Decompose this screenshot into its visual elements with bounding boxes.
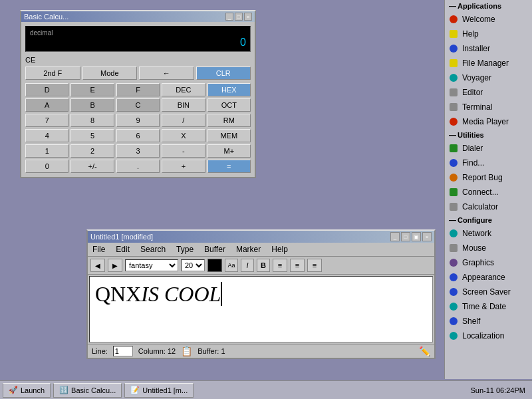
calc-btn-dot[interactable]: . [116,160,160,173]
editor-menu-buffer[interactable]: Buffer [202,244,227,255]
calc-display: decimal 0 [25,26,251,52]
editor-close-btn[interactable]: × [422,232,432,241]
sidebar-item-installer[interactable]: Installer [445,41,532,56]
sidebar-item-reportbug[interactable]: Report Bug [445,170,532,185]
sidebar-item-find[interactable]: Find... [445,156,532,170]
screensaver-icon [448,286,460,298]
taskbar: 🚀 Launch 🔢 Basic Calcu... 📝 Untitled1 [m… [0,380,532,399]
editor-color-picker[interactable] [207,259,222,272]
calc-controls: CE [21,56,255,65]
editor-menu-help[interactable]: Help [269,244,290,255]
calc-btn-d[interactable]: D [25,83,68,96]
editor-menu-file[interactable]: File [90,244,107,255]
editor-content-area[interactable]: QNXIS COOL [89,276,433,342]
editor-menu-search[interactable]: Search [138,244,168,255]
calc-btn-mul[interactable]: X [162,129,205,142]
sidebar-item-timedate[interactable]: Time & Date [445,299,532,314]
calc-btn-3[interactable]: 3 [116,144,160,158]
sidebar-item-shelf[interactable]: Shelf [445,314,532,329]
calc-btn-b[interactable]: B [70,98,114,112]
calc-btn-bin[interactable]: BIN [162,98,205,112]
sidebar-item-editor[interactable]: Editor [445,85,532,100]
calculator-window: Basic Calcu... _ □ × decimal 0 CE 2nd F … [20,10,256,178]
editor-align-left-btn[interactable]: ≡ [273,259,287,272]
editor-size-select[interactable]: 20 [181,259,205,271]
taskbar-calc-btn[interactable]: 🔢 Basic Calcu... [53,383,122,398]
editor-toolbar: ◀ ▶ fantasy 20 Aa I B ≡ ≡ ≡ [88,257,434,275]
editor-align-center-btn[interactable]: ≡ [290,259,305,272]
calc-btn-8[interactable]: 8 [70,114,114,127]
calc-btn-4[interactable]: 4 [25,129,68,142]
calc-btn-2[interactable]: 2 [70,144,114,158]
editor-font-dialog-btn[interactable]: Aa [225,259,238,272]
sidebar-item-help[interactable]: Help [445,27,532,41]
calc-btn-mem[interactable]: MEM [207,129,251,142]
calc-btn-9[interactable]: 9 [116,114,160,127]
editor-minimize-btn[interactable]: _ [390,232,400,241]
sidebar-item-calculator[interactable]: Calculator [445,200,532,214]
taskbar-launch-btn[interactable]: 🚀 Launch [3,383,51,398]
taskbar-editor-btn[interactable]: 📝 Untitled1 [m... [124,383,194,398]
sidebar-item-localization[interactable]: Localization [445,329,532,343]
mediaplayer-icon [448,116,460,128]
calc-btn-oct[interactable]: OCT [207,98,251,112]
calc-btn-f[interactable]: F [116,83,160,96]
calc-btn-mode[interactable]: Mode [82,66,138,80]
calc-close-btn[interactable]: × [244,13,252,21]
calc-btn-sub[interactable]: - [162,144,205,158]
calc-btn-7[interactable]: 7 [25,114,68,127]
sidebar-item-graphics[interactable]: Graphics [445,255,532,270]
calc-btn-plusminus[interactable]: +/- [70,160,114,173]
help-icon [448,28,460,40]
calc-btn-a[interactable]: A [25,98,68,112]
sidebar-item-dialer[interactable]: Dialer [445,141,532,156]
calc-btn-5[interactable]: 5 [70,129,114,142]
sidebar-item-screensaver[interactable]: Screen Saver [445,285,532,299]
calc-btn-div[interactable]: / [162,114,205,127]
editor-bold-btn[interactable]: B [257,259,270,272]
sidebar-item-voyager[interactable]: Voyager [445,70,532,85]
sidebar-item-welcome[interactable]: Welcome [445,12,532,27]
editor-edit-icon: ✏️ [419,346,430,356]
editor-content-italic: IS COOL [141,282,221,306]
calculator-icon [448,201,460,213]
sidebar-item-appearance[interactable]: Appearance [445,270,532,285]
sidebar-item-mouse[interactable]: Mouse [445,241,532,255]
calc-maximize-btn[interactable]: □ [235,13,243,21]
calc-minimize-btn[interactable]: _ [225,13,233,21]
editor-forward-btn[interactable]: ▶ [108,259,122,272]
editor-menu-type[interactable]: Type [174,244,196,255]
editor-menu-edit[interactable]: Edit [114,244,132,255]
calc-btn-clr[interactable]: CLR [196,66,251,80]
calc-btn-c[interactable]: C [116,98,160,112]
editor-line-input[interactable] [113,346,133,356]
editor-icon [448,86,460,98]
sidebar-item-terminal[interactable]: Terminal [445,100,532,114]
editor-align-right-btn[interactable]: ≡ [307,259,322,272]
sidebar-item-connect[interactable]: Connect... [445,185,532,200]
calc-btn-hex[interactable]: HEX [207,83,251,96]
calc-btn-dec[interactable]: DEC [162,83,205,96]
editor-statusbar: Line: Column: 12 📋 Buffer: 1 ✏️ [88,344,434,358]
calc-btn-backspace[interactable]: ← [139,66,194,80]
sidebar-item-network[interactable]: Network [445,226,532,241]
editor-maximize-btn[interactable]: ▣ [412,232,421,241]
editor-restore-btn[interactable]: □ [401,232,410,241]
calc-btn-mplus[interactable]: M+ [207,144,251,158]
launch-icon: 🚀 [9,386,18,394]
calc-btn-0[interactable]: 0 [25,160,68,173]
calc-btn-equals[interactable]: = [207,160,251,173]
calc-btn-rm[interactable]: RM [207,114,251,127]
calc-btn-1[interactable]: 1 [25,144,68,158]
editor-menu-marker[interactable]: Marker [234,244,263,255]
calc-btn-2ndf[interactable]: 2nd F [25,66,80,80]
calc-btn-6[interactable]: 6 [116,129,160,142]
editor-font-select[interactable]: fantasy [125,259,178,271]
sidebar-item-filemanager[interactable]: File Manager [445,56,532,70]
calc-btn-add[interactable]: + [162,160,205,173]
calc-ce-label: CE [25,56,35,64]
editor-back-btn[interactable]: ◀ [90,259,105,272]
calc-btn-e[interactable]: E [70,83,114,96]
sidebar-item-mediaplayer[interactable]: Media Player [445,114,532,129]
editor-italic-btn[interactable]: I [241,259,254,272]
